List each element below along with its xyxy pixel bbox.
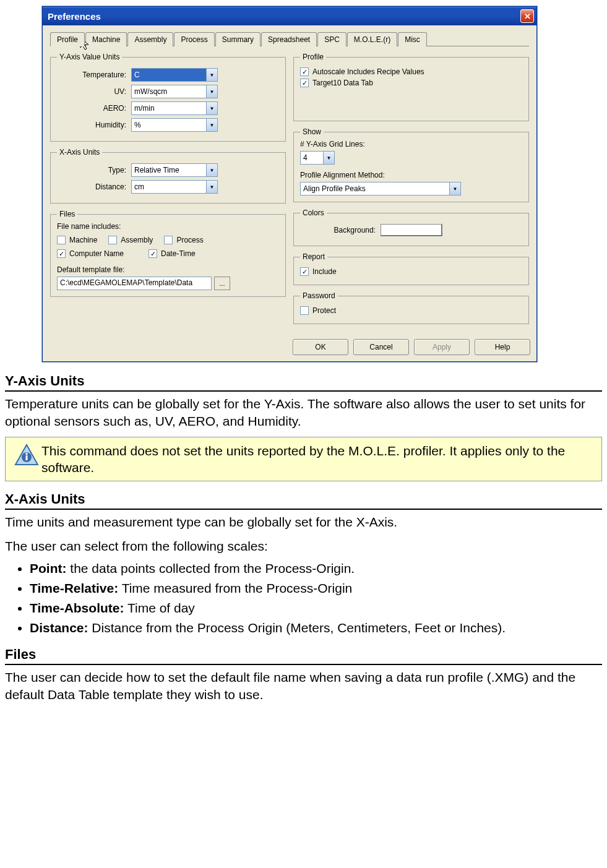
dropdown-distance-value: cm — [132, 183, 206, 191]
help-button[interactable]: Help — [475, 339, 530, 355]
button-bar: OK Cancel Apply Help — [43, 335, 536, 361]
checkbox-date-time[interactable]: Date-Time — [149, 249, 196, 258]
chevron-down-icon: ▼ — [206, 181, 217, 193]
tab-process[interactable]: Process — [174, 32, 214, 46]
tab-mole[interactable]: M.O.L.E.(r) — [347, 32, 397, 46]
browse-button[interactable]: ... — [214, 277, 230, 290]
scales-list: Point: the data points collected from th… — [30, 561, 602, 635]
group-profile-opts: Profile Autoscale Includes Recipe Values… — [293, 53, 529, 121]
label-distance: Distance: — [57, 183, 131, 191]
tab-bar: Profile Machine Assembly Process Summary… — [50, 32, 529, 46]
heading-yaxis: Y-Axis Units — [5, 373, 602, 392]
label-uv: UV: — [57, 87, 131, 96]
dropdown-distance[interactable]: cm ▼ — [131, 180, 218, 194]
close-button[interactable]: ✕ — [520, 9, 534, 23]
para-xaxis-1: Time units and measurement type can be g… — [5, 513, 602, 531]
document-content: Y-Axis Units Temperature units can be gl… — [5, 373, 602, 704]
tab-assembly[interactable]: Assembly — [127, 32, 173, 46]
group-show-title: Show — [300, 127, 324, 136]
close-icon: ✕ — [524, 12, 531, 21]
label-gridlines: # Y-Axis Grid Lines: — [300, 140, 522, 148]
checkbox-process[interactable]: Process — [164, 236, 203, 244]
dropdown-uv-value: mW/sqcm — [132, 87, 206, 96]
label-default-template: Default template file: — [57, 265, 279, 274]
dropdown-type[interactable]: Relative Time ▼ — [131, 163, 218, 177]
label-alignment: Profile Alignment Method: — [300, 171, 522, 179]
checkbox-protect[interactable]: Protect — [300, 306, 522, 315]
para-xaxis-2: The user can select from the following s… — [5, 538, 602, 555]
cancel-button[interactable]: Cancel — [353, 339, 409, 355]
checkbox-computer-name[interactable]: Computer Name — [57, 249, 124, 258]
titlebar: Preferences ✕ — [43, 7, 536, 25]
para-files: The user can decide how to set the defau… — [5, 669, 602, 704]
group-files-title: Files — [57, 210, 77, 218]
checkbox-assembly[interactable]: Assembly — [108, 236, 153, 244]
group-show: Show # Y-Axis Grid Lines: 4 ▼ Profile Al… — [293, 127, 529, 202]
dropdown-aero[interactable]: m/min ▼ — [131, 101, 218, 115]
info-note-text: This command does not set the units repo… — [41, 442, 595, 476]
tab-misc[interactable]: Misc — [398, 32, 427, 46]
chevron-down-icon: ▼ — [323, 152, 334, 164]
ok-button[interactable]: OK — [293, 339, 348, 355]
group-xaxis-title: X-Axis Units — [57, 148, 102, 157]
group-yaxis-title: Y-Axis Value Units — [57, 53, 122, 61]
dropdown-humidity[interactable]: % ▼ — [131, 118, 218, 132]
dropdown-temperature[interactable]: C ▼ — [131, 68, 218, 82]
label-aero: AERO: — [57, 104, 131, 113]
chevron-down-icon: ▼ — [449, 183, 460, 195]
para-yaxis: Temperature units can be globally set fo… — [5, 395, 602, 431]
label-humidity: Humidity: — [57, 121, 131, 129]
chevron-down-icon: ▼ — [206, 119, 217, 131]
group-files: Files File name includes: Machine Assemb… — [50, 210, 286, 297]
list-item: Time-Absolute: Time of day — [30, 601, 602, 616]
svg-rect-3 — [26, 453, 28, 455]
group-yaxis-units: Y-Axis Value Units Temperature: C ▼ UV: … — [50, 53, 286, 142]
group-colors-title: Colors — [300, 208, 327, 217]
group-password: Password Protect — [293, 291, 529, 324]
list-item: Time-Relative: Time measured from the Pr… — [30, 581, 602, 596]
preferences-dialog: Preferences ✕ Profile Machine Assembly P… — [42, 6, 537, 362]
tab-machine[interactable]: Machine — [85, 32, 127, 46]
color-swatch-background[interactable] — [381, 224, 442, 236]
label-filename-includes: File name includes: — [57, 222, 279, 231]
list-item: Point: the data points collected from th… — [30, 561, 602, 576]
dropdown-type-value: Relative Time — [132, 166, 206, 174]
dropdown-gridlines-value: 4 — [301, 153, 323, 162]
group-colors: Colors Background: — [293, 208, 529, 246]
list-item: Distance: Distance from the Process Orig… — [30, 621, 602, 635]
apply-button[interactable]: Apply — [414, 339, 470, 355]
checkbox-target10[interactable]: Target10 Data Tab — [300, 79, 522, 87]
dropdown-gridlines[interactable]: 4 ▼ — [300, 151, 335, 165]
label-temperature: Temperature: — [57, 71, 131, 79]
svg-rect-2 — [26, 455, 28, 460]
dropdown-alignment-value: Align Profile Peaks — [301, 184, 449, 193]
group-report-title: Report — [300, 252, 327, 261]
dropdown-uv[interactable]: mW/sqcm ▼ — [131, 85, 218, 98]
group-profile-title: Profile — [300, 53, 326, 61]
chevron-down-icon: ▼ — [206, 102, 217, 114]
info-note: This command does not set the units repo… — [5, 437, 602, 482]
dropdown-alignment[interactable]: Align Profile Peaks ▼ — [300, 182, 461, 196]
checkbox-machine[interactable]: Machine — [57, 236, 97, 244]
group-password-title: Password — [300, 291, 338, 300]
checkbox-report-include[interactable]: Include — [300, 267, 522, 276]
label-type: Type: — [57, 166, 131, 174]
tab-spreadsheet[interactable]: Spreadsheet — [261, 32, 317, 46]
dropdown-temperature-value: C — [132, 71, 206, 79]
heading-xaxis: X-Axis Units — [5, 491, 602, 510]
dropdown-aero-value: m/min — [132, 104, 206, 113]
tab-summary[interactable]: Summary — [215, 32, 260, 46]
checkbox-autoscale[interactable]: Autoscale Includes Recipe Values — [300, 67, 522, 76]
label-background: Background: — [300, 226, 381, 234]
group-report: Report Include — [293, 252, 529, 285]
input-default-template[interactable]: C:\ecd\MEGAMOLEMAP\Template\Data — [57, 277, 212, 290]
tab-spc[interactable]: SPC — [317, 32, 347, 46]
dropdown-humidity-value: % — [132, 121, 206, 129]
chevron-down-icon: ▼ — [206, 85, 217, 98]
group-xaxis-units: X-Axis Units Type: Relative Time ▼ Dista… — [50, 148, 286, 204]
info-icon — [12, 442, 41, 476]
window-title: Preferences — [48, 11, 101, 22]
chevron-down-icon: ▼ — [206, 69, 217, 81]
tab-profile[interactable]: Profile — [50, 32, 85, 46]
chevron-down-icon: ▼ — [206, 164, 217, 176]
